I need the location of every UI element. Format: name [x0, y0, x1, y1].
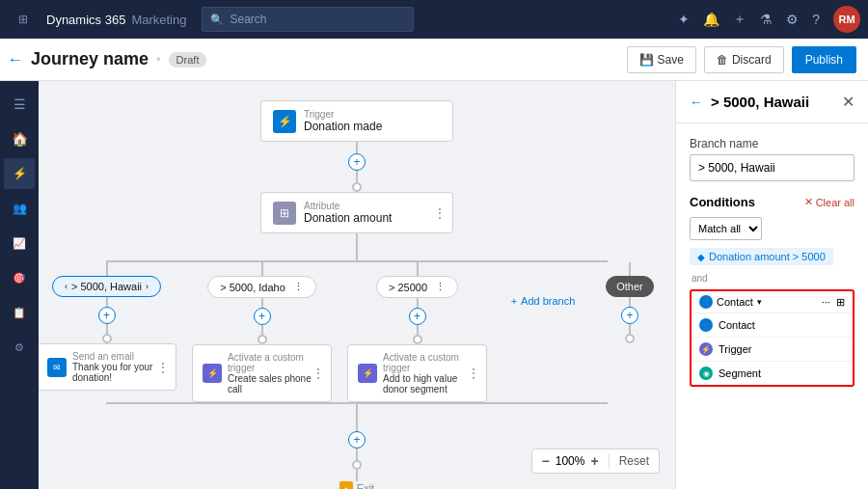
dropdown-contact-row[interactable]: 👤 Contact	[692, 313, 853, 338]
sidebar-item-menu[interactable]: ☰	[4, 89, 35, 120]
match-all-select[interactable]: Match all	[690, 217, 762, 240]
panel-close-button[interactable]: ✕	[842, 93, 854, 111]
25000-connector: +	[409, 298, 426, 344]
zoom-level: 100%	[556, 454, 585, 468]
right-panel: ← > 5000, Hawaii ✕ Branch name Condition…	[675, 81, 868, 489]
attribute-node-more[interactable]: ⋮	[433, 205, 447, 221]
sidebar-item-analytics[interactable]: 📈	[4, 228, 35, 258]
clear-all-button[interactable]: ✕ Clear all	[804, 196, 854, 208]
sparkle-icon[interactable]: ✦	[678, 12, 690, 27]
discard-button[interactable]: 🗑 Discard	[704, 46, 784, 73]
after-merge: +	[348, 431, 366, 481]
idaho-top	[261, 262, 263, 276]
contact-icon: 👤	[699, 318, 713, 332]
main-layout: ☰ 🏠 ⚡ 👥 📈 🎯 📋 ⚙ ⚡ Trigger Donation made	[0, 81, 868, 489]
v-line	[356, 142, 358, 153]
condition-tag: ◆ Donation amount > 5000	[690, 248, 833, 265]
add-branch-button[interactable]: + + Add branch Add branch	[503, 291, 583, 311]
sidebar-item-journey[interactable]: ⚡	[4, 158, 35, 189]
add-25000[interactable]: +	[409, 308, 426, 325]
grid-icon[interactable]: ⊞	[8, 4, 39, 35]
exit-node: ▪ Exit	[339, 481, 374, 489]
vline	[356, 448, 358, 460]
divider: •	[156, 52, 161, 67]
condition-row: ◆ Donation amount > 5000	[690, 248, 854, 269]
condition-and: and	[692, 273, 854, 284]
bell-icon[interactable]: 🔔	[703, 12, 719, 27]
dropdown-segment-row[interactable]: ◉ Segment	[692, 362, 853, 385]
conditions-title: Conditions	[690, 195, 755, 209]
condition-icon: ◆	[697, 252, 705, 262]
zoom-in-button[interactable]: +	[590, 453, 598, 469]
trigger-section: ⚡ Trigger Donation made +	[260, 100, 453, 192]
action-idaho-icon: ⚡	[203, 364, 222, 383]
attribute-node-icon: ⊞	[273, 202, 296, 225]
search-box[interactable]: 🔍 Search	[202, 7, 414, 32]
trigger-node[interactable]: ⚡ Trigger Donation made	[260, 100, 453, 142]
avatar[interactable]: RM	[833, 6, 860, 33]
vline2	[629, 297, 631, 307]
dot	[625, 334, 635, 343]
filter-icon[interactable]: ⚗	[760, 12, 773, 27]
branch-25000-more[interactable]: ⋮	[435, 281, 446, 293]
branch-idaho-node[interactable]: > 5000, Idaho ⋮	[207, 276, 316, 298]
branch-hawaii-chevron-left: ‹	[65, 282, 68, 291]
sidebar-item-home[interactable]: 🏠	[4, 123, 35, 154]
v-line2	[356, 171, 358, 182]
branch-name-input[interactable]	[690, 154, 854, 181]
help-icon[interactable]: ?	[812, 12, 820, 27]
branch-name-label: Branch name	[690, 137, 854, 150]
zoom-controls: − 100% + Reset	[531, 448, 660, 474]
dropdown-more-icon[interactable]: ···	[822, 296, 830, 309]
zoom-out-button[interactable]: −	[542, 453, 550, 469]
dot	[102, 334, 112, 343]
back-button[interactable]: ←	[8, 51, 23, 68]
topbar-right: ✦ 🔔 ＋ ⚗ ⚙ ? RM	[678, 6, 860, 33]
add-hawaii[interactable]: +	[98, 307, 116, 324]
add-other[interactable]: +	[621, 307, 638, 324]
add-after-merge[interactable]: +	[348, 431, 366, 448]
dropdown-trigger-row[interactable]: ⚡ Trigger	[692, 338, 853, 362]
vline	[417, 262, 419, 276]
attribute-node-labels: Attribute Donation amount	[304, 201, 392, 225]
discard-icon: 🗑	[717, 53, 728, 67]
branch-hawaii-chevron-right: ›	[146, 282, 149, 291]
attribute-section: ⊞ Attribute Donation amount ⋮	[39, 192, 675, 262]
dropdown-expand-icon[interactable]: ⊞	[836, 296, 845, 309]
sidebar-item-settings2[interactable]: ⚙	[4, 332, 35, 363]
publish-button[interactable]: Publish	[792, 46, 856, 73]
search-placeholder: Search	[230, 13, 266, 26]
add-after-trigger[interactable]: +	[348, 153, 366, 171]
sidebar-item-segments[interactable]: 🎯	[4, 262, 35, 293]
idaho-connector: +	[254, 298, 271, 344]
attribute-dropdown[interactable]: 👤 Contact ▾ ··· ⊞ 👤 Contact ⚡ Trigger	[690, 289, 854, 387]
dropdown-header: 👤 Contact ▾ ··· ⊞	[692, 291, 853, 313]
save-button[interactable]: 💾 Save	[627, 46, 696, 73]
page-title: Journey name	[31, 49, 149, 69]
vline	[261, 262, 263, 276]
panel-back-button[interactable]: ←	[690, 95, 703, 110]
plus-icon[interactable]: ＋	[733, 11, 746, 28]
branch-25000-node[interactable]: > 25000 ⋮	[376, 276, 458, 298]
settings-icon[interactable]: ⚙	[786, 12, 799, 27]
action-hawaii-more[interactable]: ⋮	[156, 360, 170, 375]
dropdown-header-actions: ··· ⊞	[822, 296, 845, 309]
panel-title: > 5000, Hawaii	[711, 94, 834, 110]
vline3	[629, 324, 631, 334]
branch-idaho-more[interactable]: ⋮	[293, 281, 304, 293]
action-25000-more[interactable]: ⋮	[467, 366, 480, 381]
zoom-reset-button[interactable]: Reset	[619, 454, 649, 468]
branch-hawaii: ‹ > 5000, Hawaii › + ✉	[39, 262, 184, 391]
sidebar-item-contacts[interactable]: 👥	[4, 193, 35, 224]
sidebar-item-forms[interactable]: 📋	[4, 297, 35, 328]
branch-other-node[interactable]: Other	[606, 276, 654, 297]
panel-body: Branch name Conditions ✕ Clear all Match…	[676, 123, 868, 489]
action-25000[interactable]: ⚡ Activate a custom trigger Add to high …	[347, 344, 487, 402]
action-idaho[interactable]: ⚡ Activate a custom trigger Create sales…	[192, 344, 332, 402]
branch-hawaii-node[interactable]: ‹ > 5000, Hawaii ›	[52, 276, 161, 297]
action-hawaii[interactable]: ✉ Send an email Thank you for your donat…	[39, 343, 176, 391]
action-idaho-more[interactable]: ⋮	[312, 366, 325, 381]
trigger-icon: ⚡	[699, 342, 713, 356]
attribute-node[interactable]: ⊞ Attribute Donation amount ⋮	[260, 192, 453, 233]
add-idaho[interactable]: +	[254, 308, 271, 325]
